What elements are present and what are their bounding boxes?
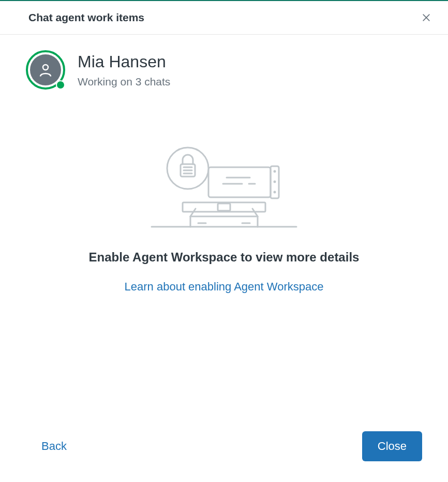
empty-state: Enable Agent Workspace to view more deta… xyxy=(26,141,422,294)
svg-point-13 xyxy=(274,191,276,194)
workspace-locked-illustration-icon xyxy=(141,141,307,235)
svg-rect-6 xyxy=(208,167,271,197)
modal-title: Chat agent work items xyxy=(28,11,144,24)
agent-status: Working on 3 chats xyxy=(78,76,170,88)
agent-text: Mia Hansen Working on 3 chats xyxy=(78,52,170,88)
modal-body: Mia Hansen Working on 3 chats xyxy=(0,35,448,309)
svg-rect-5 xyxy=(218,203,230,211)
empty-state-heading: Enable Agent Workspace to view more deta… xyxy=(89,250,360,265)
user-icon xyxy=(38,62,53,78)
close-icon[interactable] xyxy=(420,11,432,24)
close-button[interactable]: Close xyxy=(362,431,422,461)
modal-header: Chat agent work items xyxy=(0,1,448,35)
svg-point-11 xyxy=(274,170,276,173)
avatar xyxy=(26,50,65,90)
back-button[interactable]: Back xyxy=(41,440,67,453)
svg-point-12 xyxy=(274,181,276,183)
agent-name: Mia Hansen xyxy=(78,52,170,71)
svg-point-14 xyxy=(167,148,208,189)
learn-more-link[interactable]: Learn about enabling Agent Workspace xyxy=(125,280,324,294)
status-indicator-icon xyxy=(56,80,65,90)
modal-footer: Back Close xyxy=(0,416,448,482)
agent-info: Mia Hansen Working on 3 chats xyxy=(26,50,422,90)
svg-point-2 xyxy=(43,65,48,70)
